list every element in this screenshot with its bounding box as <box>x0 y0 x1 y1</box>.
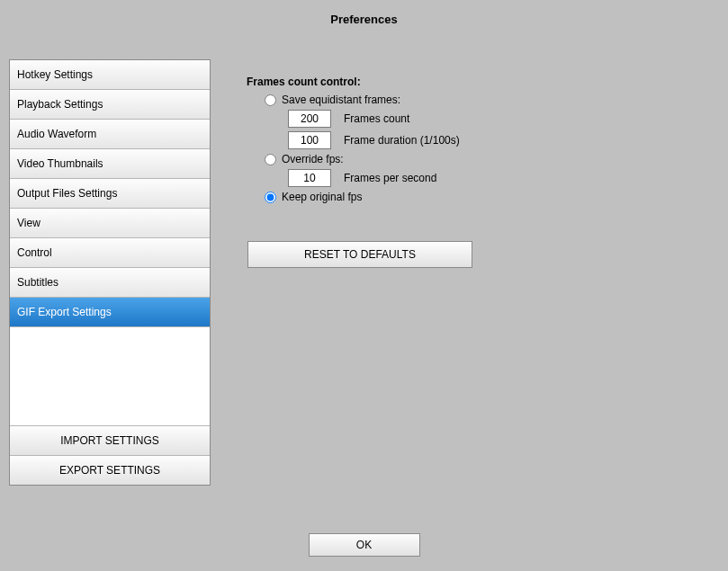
sidebar-item-view[interactable]: View <box>10 209 210 238</box>
option-keep-original[interactable]: Keep original fps <box>265 191 710 203</box>
sidebar-item-output-files-settings[interactable]: Output Files Settings <box>10 179 210 209</box>
sidebar-item-subtitles[interactable]: Subtitles <box>10 268 210 298</box>
option-override-fps[interactable]: Override fps: <box>265 153 710 165</box>
import-settings-button[interactable]: IMPORT SETTINGS <box>10 425 210 455</box>
frames-count-input[interactable] <box>288 110 331 128</box>
dialog-title: Preferences <box>0 13 728 26</box>
sidebar-item-gif-export-settings[interactable]: GIF Export Settings <box>10 298 210 327</box>
option-override-fps-label: Override fps: <box>282 153 344 165</box>
sidebar-spacer <box>10 327 210 425</box>
sidebar-item-audio-waveform[interactable]: Audio Waveform <box>10 120 210 149</box>
fps-label: Frames per second <box>344 172 436 184</box>
ok-button[interactable]: OK <box>309 533 420 557</box>
sidebar-item-video-thumbnails[interactable]: Video Thumbnails <box>10 149 210 179</box>
sidebar-item-control[interactable]: Control <box>10 238 210 268</box>
sidebar-item-playback-settings[interactable]: Playback Settings <box>10 90 210 120</box>
reset-to-defaults-button[interactable]: RESET TO DEFAULTS <box>247 241 472 268</box>
frames-count-label: Frames count <box>344 112 409 125</box>
radio-save-equidistant[interactable] <box>265 94 276 106</box>
export-settings-button[interactable]: EXPORT SETTINGS <box>10 455 210 485</box>
radio-keep-original[interactable] <box>265 192 276 203</box>
frame-duration-input[interactable] <box>288 131 331 149</box>
frame-duration-label: Frame duration (1/100s) <box>344 134 460 147</box>
fps-input[interactable] <box>288 169 331 187</box>
radio-override-fps[interactable] <box>265 154 276 165</box>
content-pane: Frames count control: Save equidistant f… <box>234 59 710 268</box>
sidebar: Hotkey SettingsPlayback SettingsAudio Wa… <box>9 59 211 486</box>
section-title: Frames count control: <box>247 76 710 88</box>
sidebar-item-hotkey-settings[interactable]: Hotkey Settings <box>10 60 210 90</box>
option-save-equidistant[interactable]: Save equidistant frames: <box>265 94 710 106</box>
option-save-equidistant-label: Save equidistant frames: <box>282 94 400 106</box>
option-keep-original-label: Keep original fps <box>282 191 362 203</box>
